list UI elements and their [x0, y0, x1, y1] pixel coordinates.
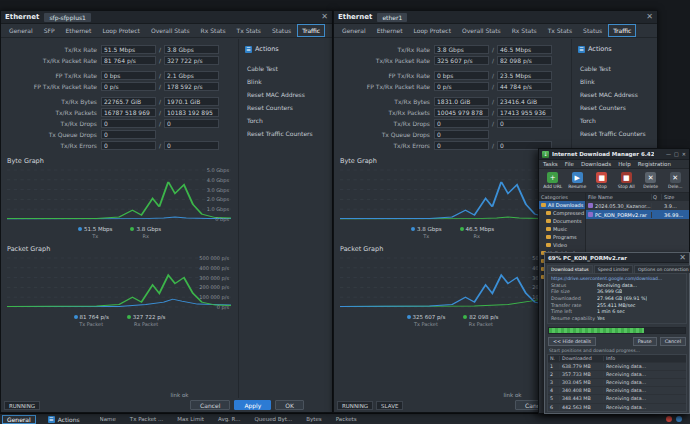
toolbar-stop-button[interactable]: ■Stop: [590, 172, 614, 189]
connection-downloaded: 348.443 MB: [560, 396, 604, 401]
tab-loop-protect[interactable]: Loop Protect: [409, 24, 457, 37]
toolbar-delete-button[interactable]: ✕Delete: [639, 172, 663, 189]
toolbar-delete-all-button[interactable]: ✕Dele...: [664, 172, 688, 189]
titlebar[interactable]: Ethernet ether1 ✕: [334, 11, 657, 24]
category-documents[interactable]: Documents: [539, 217, 585, 225]
hide-details-button[interactable]: << Hide details: [548, 337, 596, 346]
action-reset-traffic-counters[interactable]: Reset Traffic Counters: [578, 127, 651, 140]
tab-status[interactable]: Status: [267, 24, 296, 37]
tab-rx-stats[interactable]: Rx Stats: [196, 24, 231, 37]
action-reset-mac-address[interactable]: Reset MAC Address: [245, 88, 326, 101]
action-reset-counters[interactable]: Reset Counters: [245, 101, 326, 114]
file-row[interactable]: PC_KON_PORMv2.rar36.99...: [586, 210, 689, 219]
tab-traffic[interactable]: Traffic: [297, 24, 325, 37]
category-video[interactable]: Video: [539, 241, 585, 249]
close-icon[interactable]: ✕: [321, 13, 328, 21]
action-reset-traffic-counters[interactable]: Reset Traffic Counters: [245, 127, 326, 140]
menu-registration[interactable]: Registration: [638, 161, 671, 167]
tab-general[interactable]: General: [2, 415, 36, 424]
menu-file[interactable]: File: [565, 161, 574, 167]
idm-titlebar[interactable]: ↓ Internet Download Manager 6.42 —□✕: [539, 149, 689, 160]
download-info-row: Resume capabilityYes: [551, 315, 683, 322]
parts-column-info: Info: [604, 356, 686, 361]
tab-general[interactable]: General: [337, 24, 371, 37]
tray-blue-icon[interactable]: [676, 416, 682, 422]
interface-name-tab[interactable]: ether1: [377, 13, 407, 22]
tray-red-icon[interactable]: [666, 416, 672, 422]
connection-number: 4: [548, 388, 560, 393]
apply-button[interactable]: Apply: [234, 400, 271, 410]
action-cable-test[interactable]: Cable Test: [245, 62, 326, 75]
category-programs[interactable]: Programs: [539, 233, 585, 241]
titlebar[interactable]: Ethernet sfp-sfpplus1 ✕: [1, 11, 332, 24]
connection-info: Receiving data...: [604, 380, 686, 385]
tab-overall-stats[interactable]: Overall Stats: [146, 24, 195, 37]
toolbar-add-url-button[interactable]: +Add URL: [541, 172, 565, 189]
action-torch[interactable]: Torch: [578, 114, 651, 127]
action-blink[interactable]: Blink: [245, 75, 326, 88]
ok-button[interactable]: OK: [275, 400, 304, 410]
tab-sfp[interactable]: SFP: [39, 24, 60, 37]
pause-button[interactable]: Pause: [633, 337, 657, 346]
action-reset-mac-address[interactable]: Reset MAC Address: [578, 88, 651, 101]
delete-icon: ✕: [645, 172, 656, 183]
field-row-fp-tx-rx-rate: FP Tx/Rx Rate0 bps/2.1 Gbps: [1, 70, 238, 81]
queue-column-tx-packet[interactable]: Tx Packet ...: [130, 416, 163, 422]
menu-tasks[interactable]: Tasks: [543, 161, 558, 167]
category-compressed[interactable]: Compressed: [539, 209, 585, 217]
tab-ethernet[interactable]: Ethernet: [372, 24, 408, 37]
queue-column-name[interactable]: Name: [100, 416, 116, 422]
tab-status[interactable]: Status: [578, 24, 607, 37]
field-slash: /: [489, 120, 497, 127]
menu-downloads[interactable]: Downloads: [581, 161, 611, 167]
file-row[interactable]: 2024.05.30_Kazanor...3.9...: [586, 201, 689, 210]
download-info-row: Time left1 min 6 sec: [551, 308, 683, 315]
queue-column-bytes[interactable]: Bytes: [306, 416, 321, 422]
graph-tick-label: 4.0 Gbps: [207, 176, 229, 182]
field-label: FP Tx/Rx Rate: [334, 72, 434, 79]
field-slash: /: [489, 46, 497, 53]
tab-tx-stats[interactable]: Tx Stats: [543, 24, 577, 37]
close-icon[interactable]: ✕: [679, 254, 686, 262]
file-column-size[interactable]: Size: [662, 194, 689, 200]
tab-rx-stats[interactable]: Rx Stats: [507, 24, 542, 37]
tab-overall-stats[interactable]: Overall Stats: [457, 24, 506, 37]
toolbar-stop-all-button[interactable]: ■Stop All: [615, 172, 639, 189]
action-cable-test[interactable]: Cable Test: [578, 62, 651, 75]
maximize-icon[interactable]: □: [674, 151, 679, 157]
category-all-downloads[interactable]: All Downloads: [539, 201, 585, 209]
dialog-titlebar[interactable]: 69% PC_KON_PORMv2.rar ✕: [545, 253, 689, 263]
queue-column-packets[interactable]: Packets: [336, 416, 357, 422]
category-music[interactable]: Music: [539, 225, 585, 233]
tab-general[interactable]: General: [4, 24, 38, 37]
cancel-button[interactable]: Cancel: [660, 337, 686, 346]
cancel-button[interactable]: Cancel: [190, 400, 230, 410]
tab-ethernet[interactable]: Ethernet: [61, 24, 97, 37]
dialog-tab-download-status[interactable]: Download status: [547, 265, 593, 273]
queue-column-avg-r[interactable]: Avg. R...: [218, 416, 241, 422]
connection-info: Receiving data...: [604, 364, 686, 369]
file-column-q[interactable]: Q: [652, 194, 662, 200]
download-info-value: Yes: [597, 316, 605, 321]
toolbar-resume-button[interactable]: ▶Resume: [566, 172, 590, 189]
interface-name-tab[interactable]: sfp-sfpplus1: [44, 13, 90, 22]
action-torch[interactable]: Torch: [245, 114, 326, 127]
dialog-tab-options-on-connection[interactable]: Options on connection: [634, 265, 690, 273]
minimize-icon[interactable]: —: [666, 151, 671, 157]
field-slash: /: [489, 142, 497, 149]
queue-column-max-limit[interactable]: Max Limit: [177, 416, 204, 422]
action-blink[interactable]: Blink: [578, 75, 651, 88]
tab-traffic[interactable]: Traffic: [608, 24, 636, 37]
dialog-tab-speed-limiter[interactable]: Speed Limiter: [594, 265, 633, 273]
menu-help[interactable]: Help: [618, 161, 631, 167]
queue-actions[interactable]: ☰ Actions: [48, 416, 80, 423]
field-label: Tx/Rx Rate: [1, 46, 101, 53]
queue-column-queued-byt[interactable]: Queued Byt...: [255, 416, 293, 422]
close-icon[interactable]: ✕: [682, 151, 686, 157]
download-url[interactable]: https://drive.usercontent.google.com/dow…: [551, 276, 683, 281]
tab-loop-protect[interactable]: Loop Protect: [97, 24, 145, 37]
file-column-name[interactable]: File Name: [586, 194, 652, 200]
tab-tx-stats[interactable]: Tx Stats: [232, 24, 266, 37]
close-icon[interactable]: ✕: [646, 13, 653, 21]
action-reset-counters[interactable]: Reset Counters: [578, 101, 651, 114]
